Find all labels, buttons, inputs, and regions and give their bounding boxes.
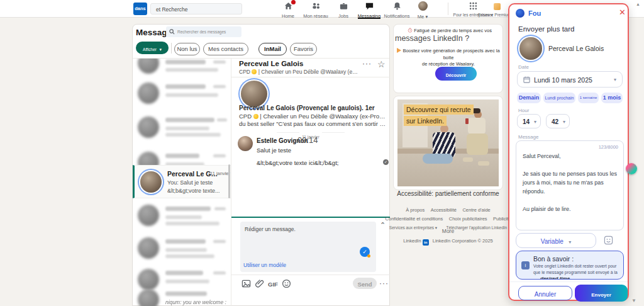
nav-label: Jobs	[330, 13, 357, 19]
nav-notifications[interactable]: Notifications	[383, 1, 411, 18]
conversation-row-blurred[interactable]	[133, 201, 231, 232]
composer-box[interactable]: Rédiger un message. ✓ Utiliser un modèle	[240, 222, 376, 272]
floating-extension-bubble[interactable]	[626, 163, 637, 174]
nav-me[interactable]: Me ▾	[409, 1, 436, 18]
sender-avatar[interactable]	[238, 136, 253, 151]
conversation-preview: You: Salut je teste	[167, 179, 229, 186]
search-value: et Recherche	[156, 6, 188, 13]
filter-favorites[interactable]: Favoris	[290, 43, 317, 55]
filter-inmail[interactable]: InMail	[258, 43, 287, 55]
date-picker[interactable]: Lundi 10 mars 2025 ▾	[517, 71, 623, 88]
message-text: &lt;b&gt;votre texte ici&lt;/b&gt;	[257, 159, 338, 166]
notification-dot	[367, 254, 370, 258]
filter-unread[interactable]: Non lus	[174, 43, 200, 55]
extension-template-bubble[interactable]: ✓	[360, 247, 370, 257]
conversation-list: Perceval Le Galois 11 janvier You: Salut…	[133, 59, 231, 306]
linkedin-messaging-page: dans et Recherche Home Mon réseau Jobs M…	[0, 0, 644, 306]
date-label: Date	[518, 64, 529, 70]
search-icon	[169, 29, 175, 35]
chevron-down-icon: ▾	[534, 119, 536, 125]
conversation-row-blurred[interactable]	[133, 79, 231, 110]
filter-label: Mes contacts	[208, 45, 243, 52]
filter-label: Non lus	[177, 45, 197, 52]
footer-more-link[interactable]: More	[387, 228, 509, 234]
extension-filter-dropdown[interactable]: Afficher ▾	[136, 42, 169, 54]
briefcase-icon	[339, 1, 348, 11]
hour-label: Hour	[518, 108, 529, 113]
accessibility-note: Accessibilité: partiellement conforme	[387, 190, 509, 197]
conversation-row-blurred[interactable]	[133, 59, 231, 79]
chevron-down-icon: ▾	[563, 119, 565, 125]
nav-my-network[interactable]: Mon réseau	[302, 1, 330, 18]
profile-headline-line2: du best seller "C'est pas faux ou commen…	[239, 120, 387, 127]
emoji-icon[interactable]	[282, 279, 291, 288]
send-button[interactable]: Send	[353, 278, 377, 289]
scrollbar-up-arrow[interactable]: ▲	[636, 2, 640, 6]
date-value: Lundi 10 mars 2025	[534, 76, 592, 84]
conversation-row-blurred[interactable]	[133, 234, 231, 264]
composer-more-button[interactable]: ···	[379, 279, 389, 288]
promo-cta-button[interactable]: Découvrir	[435, 67, 477, 81]
footer-brand-row: LinkedIn in LinkedIn Corporation © 2025	[387, 238, 509, 246]
filter-my-contacts[interactable]: Mes contacts	[203, 43, 248, 55]
quick-option-next-monday[interactable]: Lundi prochain	[543, 93, 575, 103]
message-text-value: Salut Perceval, Je sais que tu ne penses…	[523, 152, 618, 214]
conversation-row-blurred[interactable]: niqum: you are welcome :	[133, 284, 231, 306]
gif-button[interactable]: GIF	[268, 281, 278, 288]
minute-select[interactable]: 42 ▾	[546, 114, 570, 128]
message-textarea[interactable]: 123/8000 Salut Perceval, Je sais que tu …	[516, 140, 624, 230]
contact-avatar	[140, 171, 162, 193]
conversation-row-blurred[interactable]	[133, 111, 231, 147]
hour-value: 14	[523, 118, 530, 125]
emoji-picker-icon[interactable]	[604, 235, 613, 245]
quick-option-one-month[interactable]: 1 mois	[601, 93, 623, 103]
emoji-icon	[253, 114, 258, 119]
footer-brand: LinkedIn	[403, 238, 421, 244]
variable-dropdown[interactable]: Variable ▾	[516, 233, 596, 248]
panel-app-name: Fou	[528, 9, 541, 17]
nav-label: Notifications	[383, 13, 411, 19]
thread-header-divider	[231, 77, 390, 77]
conversation-row-selected[interactable]: Perceval Le Galois 11 janvier You: Salut…	[133, 165, 231, 198]
emoji-icon	[252, 69, 257, 74]
confirm-button[interactable]: Envoyer	[575, 285, 628, 302]
profile-name[interactable]: Perceval Le Galois (Provençal le gaulois…	[239, 105, 384, 111]
scrollbar-down-arrow[interactable]: ▼	[631, 298, 636, 303]
date-divider-line	[322, 132, 345, 133]
tip-body: Votre onglet LinkedIn doit rester ouvert…	[533, 263, 620, 275]
use-template-link[interactable]: Utiliser un modèle	[243, 262, 286, 268]
nav-home[interactable]: Home	[274, 1, 302, 18]
clock-icon	[408, 28, 413, 33]
global-search-input[interactable]: et Recherche	[150, 3, 242, 14]
nav-jobs[interactable]: Jobs	[330, 1, 357, 18]
ad-headline-chip: sur LinkedIn.	[404, 116, 447, 126]
thread-more-button[interactable]: ···	[362, 59, 372, 68]
close-icon[interactable]: ✕	[619, 8, 626, 17]
attachment-icon[interactable]	[255, 279, 265, 288]
quick-option-tomorrow[interactable]: Demain	[517, 93, 541, 103]
conversation-preview: &lt;b&gt;votre texte...	[167, 188, 229, 194]
composer-placeholder: Rédiger un message.	[245, 226, 296, 232]
nav-divider	[448, 3, 448, 15]
hour-select[interactable]: 14 ▾	[517, 114, 541, 128]
premium-icon	[494, 3, 501, 10]
cancel-button[interactable]: Annuler	[518, 286, 572, 300]
linkedin-logo[interactable]: dans	[133, 3, 147, 15]
nav-messaging[interactable]: Messaging	[355, 1, 383, 18]
star-icon[interactable]: ☆	[377, 59, 386, 69]
list-scrollbar-thumb[interactable]	[228, 164, 230, 198]
image-icon[interactable]	[242, 279, 251, 288]
messages-search-input[interactable]: Rechercher des messages	[166, 26, 242, 37]
quick-option-one-week[interactable]: 1 semaine	[578, 93, 599, 103]
nav-label: Me ▾	[409, 14, 436, 20]
conversation-date: 11 janvier	[208, 171, 230, 176]
profile-avatar[interactable]	[241, 81, 267, 107]
composer-divider	[231, 275, 390, 275]
thread-contact-name[interactable]: Perceval Le Galois	[239, 60, 352, 67]
ad-image[interactable]: Découvrez qui recrute sur LinkedIn.	[397, 99, 499, 186]
filter-label: InMail	[264, 45, 281, 52]
char-counter: 123/8000	[599, 144, 618, 150]
message-text: Salut je teste	[257, 147, 291, 154]
notification-dot	[291, 0, 296, 4]
quick-option-label: 1 semaine	[580, 96, 597, 99]
